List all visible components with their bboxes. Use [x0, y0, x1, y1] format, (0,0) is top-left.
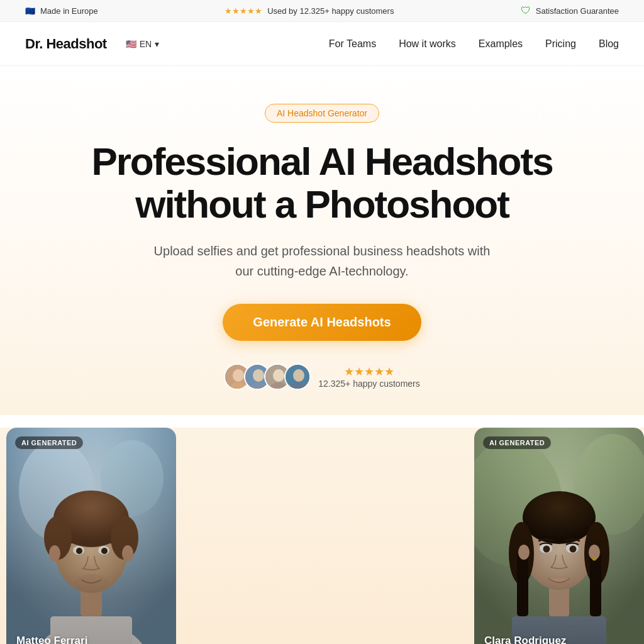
- card-info-right: Clara Rodriguez Civil Engineer: [484, 635, 566, 644]
- language-selector[interactable]: 🇺🇸 EN ▾: [126, 39, 159, 49]
- eu-flag-icon: 🇪🇺: [25, 6, 35, 16]
- chevron-down-icon: ▾: [155, 39, 159, 49]
- generate-headshots-button[interactable]: Generate AI Headshots: [223, 304, 421, 341]
- card-name-left: Matteo Ferrari: [16, 635, 87, 644]
- social-proof-banner: ★★★★★ Used by 12.325+ happy customers: [225, 6, 394, 16]
- shield-icon: 🛡: [521, 5, 531, 16]
- svg-point-1: [233, 369, 244, 382]
- main-nav: Dr. Headshot 🇺🇸 EN ▾ For Teams How it wo…: [0, 22, 644, 66]
- lang-label: EN: [140, 39, 152, 49]
- gallery-card-left: AI GENERATED Matteo Ferrari Software Eng…: [6, 428, 176, 644]
- card-name-right: Clara Rodriguez: [484, 635, 566, 644]
- avatars-row: [224, 364, 311, 390]
- stars-proof: ★★★★★: [318, 365, 420, 379]
- made-in-europe-text: Made in Europe: [40, 6, 98, 16]
- hero-badge: AI Headshot Generator: [265, 104, 379, 123]
- nav-item-examples[interactable]: Examples: [479, 38, 523, 50]
- gallery-section: AI GENERATED Matteo Ferrari Software Eng…: [0, 428, 644, 644]
- made-in-europe: 🇪🇺 Made in Europe: [25, 6, 98, 16]
- stars-banner: ★★★★★: [225, 6, 262, 16]
- card-info-left: Matteo Ferrari Software Engineer: [16, 635, 87, 644]
- nav-link-how-it-works[interactable]: How it works: [399, 38, 456, 49]
- nav-link-for-teams[interactable]: For Teams: [329, 38, 376, 49]
- hero-title: Professional AI Headshots without a Phot…: [77, 140, 567, 226]
- nav-item-how-it-works[interactable]: How it works: [399, 38, 456, 50]
- nav-link-pricing[interactable]: Pricing: [545, 38, 576, 49]
- avatar-4: [284, 364, 311, 390]
- svg-rect-49: [474, 428, 644, 644]
- svg-point-10: [293, 369, 304, 382]
- nav-links: For Teams How it works Examples Pricing …: [329, 38, 619, 50]
- nav-item-blog[interactable]: Blog: [599, 38, 619, 50]
- nav-item-for-teams[interactable]: For Teams: [329, 38, 376, 50]
- hero-section: AI Headshot Generator Professional AI He…: [0, 66, 644, 415]
- proof-count-text: 12.325+ happy customers: [318, 379, 420, 389]
- social-proof-text: Used by 12.325+ happy customers: [267, 6, 394, 16]
- hero-title-line1: Professional AI Headshots: [91, 140, 552, 183]
- hero-subtitle: Upload selfies and get professional busi…: [146, 241, 498, 281]
- nav-link-examples[interactable]: Examples: [479, 38, 523, 49]
- hero-title-line2: without a Photoshoot: [135, 182, 509, 226]
- guarantee-text: Satisfaction Guarantee: [536, 6, 619, 16]
- us-flag-icon: 🇺🇸: [126, 39, 136, 49]
- proof-details: ★★★★★ 12.325+ happy customers: [318, 365, 420, 389]
- logo[interactable]: Dr. Headshot: [25, 36, 107, 52]
- social-proof-row: ★★★★★ 12.325+ happy customers: [13, 364, 631, 390]
- top-banner: 🇪🇺 Made in Europe ★★★★★ Used by 12.325+ …: [0, 0, 644, 22]
- gallery-card-right: AI GENERATED Clara Rodriguez Civil Engin…: [474, 428, 644, 644]
- svg-point-7: [273, 369, 284, 382]
- nav-item-pricing[interactable]: Pricing: [545, 38, 576, 50]
- svg-point-4: [253, 369, 264, 382]
- guarantee-banner: 🛡 Satisfaction Guarantee: [521, 5, 619, 16]
- ai-badge-right: AI GENERATED: [483, 436, 551, 449]
- svg-rect-29: [6, 428, 176, 644]
- ai-badge-left: AI GENERATED: [15, 436, 83, 449]
- nav-link-blog[interactable]: Blog: [599, 38, 619, 49]
